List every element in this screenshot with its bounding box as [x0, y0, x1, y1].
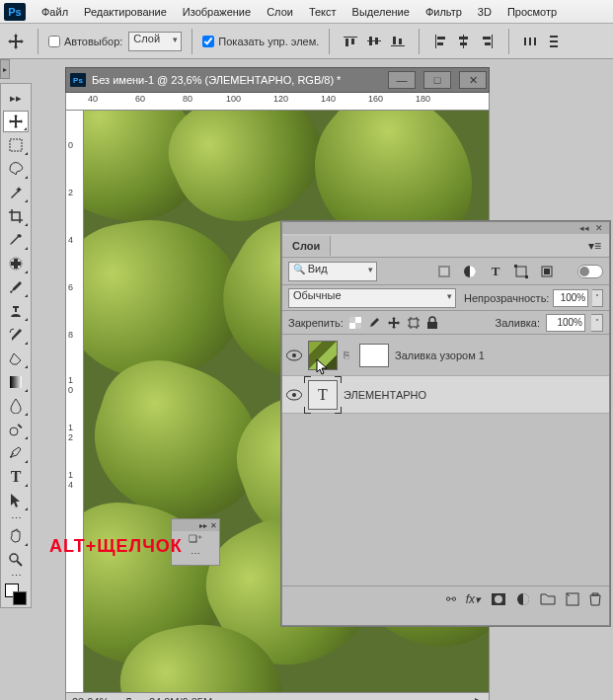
layer-row[interactable]: ⎘ Заливка узором 1: [282, 335, 609, 376]
color-swatches[interactable]: [3, 583, 29, 605]
blend-mode-select[interactable]: Обычные: [288, 288, 456, 308]
svg-rect-42: [355, 323, 361, 329]
move-tool[interactable]: [3, 111, 29, 132]
distribute-h-icon[interactable]: [519, 31, 541, 52]
lock-paint-icon[interactable]: [367, 316, 381, 330]
layer-mask-thumbnail[interactable]: [359, 344, 389, 367]
align-right-icon[interactable]: [477, 31, 498, 52]
panel-grip-icon[interactable]: ▸▸: [3, 87, 29, 109]
menu-edit[interactable]: Редактирование: [76, 2, 175, 22]
delete-layer-icon[interactable]: [589, 592, 601, 606]
layer-name-label[interactable]: ЭЛЕМЕНТАРНО: [344, 389, 426, 401]
distribute-v-icon[interactable]: [543, 31, 565, 52]
layers-tab[interactable]: Слои: [282, 236, 331, 256]
menu-image[interactable]: Изображение: [175, 2, 259, 22]
filter-shape-icon[interactable]: [510, 261, 532, 282]
svg-rect-16: [483, 37, 491, 39]
crop-tool[interactable]: [3, 205, 29, 227]
clone-stamp-tool[interactable]: [3, 300, 29, 322]
add-mask-icon[interactable]: [491, 592, 506, 606]
opacity-dropdown[interactable]: ˅: [592, 289, 603, 307]
filter-kind-select[interactable]: 🔍 Вид: [288, 262, 377, 281]
layer-row[interactable]: T ЭЛЕМЕНТАРНО: [282, 376, 609, 414]
window-maximize-button[interactable]: □: [423, 71, 451, 89]
document-titlebar[interactable]: Ps Без имени-1 @ 23,6% (ЭЛЕМЕНТАРНО, RGB…: [65, 67, 490, 93]
lasso-tool[interactable]: [3, 158, 29, 180]
visibility-eye-icon[interactable]: [286, 348, 302, 363]
new-adjustment-icon[interactable]: [516, 592, 530, 606]
type-tool[interactable]: T: [3, 466, 29, 488]
eyedropper-tool[interactable]: [3, 229, 29, 251]
svg-rect-23: [550, 45, 558, 47]
panel-collapse-icon[interactable]: ▸▸: [199, 521, 207, 530]
show-transform-controls-checkbox[interactable]: Показать упр. элем.: [202, 36, 319, 47]
lock-artboard-icon[interactable]: [407, 316, 421, 330]
filter-pixel-icon[interactable]: [433, 261, 455, 282]
filter-toggle[interactable]: [577, 265, 603, 278]
filter-type-icon[interactable]: T: [485, 261, 506, 282]
lock-all-icon[interactable]: [426, 316, 438, 330]
svg-rect-35: [516, 267, 526, 276]
doc-size-info[interactable]: Док: 24,9M/6,85M: [124, 696, 212, 701]
visibility-eye-icon[interactable]: [286, 387, 302, 403]
marquee-tool[interactable]: [3, 134, 29, 156]
menu-view[interactable]: Просмотр: [499, 2, 565, 22]
panel-collapse-icon[interactable]: ◂◂: [579, 223, 589, 233]
zoom-tool[interactable]: [3, 549, 29, 571]
autoselect-checkbox[interactable]: Автовыбор:: [48, 36, 122, 47]
menu-file[interactable]: Файл: [34, 2, 76, 22]
brush-tool[interactable]: [3, 276, 29, 298]
autoselect-target-select[interactable]: Слой: [128, 32, 182, 51]
panel-more-icon[interactable]: ⋯: [191, 548, 201, 559]
align-top-icon[interactable]: [340, 31, 361, 52]
window-minimize-button[interactable]: —: [388, 71, 416, 89]
fill-value[interactable]: 100%: [546, 314, 585, 332]
filter-adjustment-icon[interactable]: [459, 261, 481, 282]
magic-wand-tool[interactable]: [3, 182, 29, 203]
lock-transparency-icon[interactable]: [349, 317, 361, 329]
collapsed-panel-tab[interactable]: ▸: [0, 59, 10, 79]
link-icon[interactable]: ⎘: [344, 350, 353, 360]
align-vcenter-icon[interactable]: [363, 31, 385, 52]
cube-3d-icon[interactable]: ❏⁺: [189, 533, 202, 544]
svg-rect-44: [427, 322, 437, 329]
lock-position-icon[interactable]: [387, 316, 401, 330]
align-bottom-icon[interactable]: [387, 31, 409, 52]
layer-style-icon[interactable]: fx▾: [466, 592, 481, 606]
menu-filter[interactable]: Фильтр: [418, 2, 470, 22]
link-layers-icon[interactable]: ⚯: [446, 592, 456, 606]
panel-close-icon[interactable]: ✕: [595, 223, 603, 233]
ruler-vertical[interactable]: 0 2 4 6 8 1 0 1 2 1 4: [66, 111, 84, 692]
spot-heal-tool[interactable]: [3, 253, 29, 274]
dodge-tool[interactable]: [3, 419, 29, 440]
eraser-tool[interactable]: [3, 348, 29, 369]
svg-point-29: [10, 428, 18, 435]
ruler-horizontal[interactable]: 40 60 80 100 120 140 160 180: [65, 93, 490, 111]
svg-rect-11: [437, 42, 443, 45]
align-hcenter-icon[interactable]: [453, 31, 475, 52]
align-left-icon[interactable]: [429, 31, 451, 52]
pen-tool[interactable]: [3, 442, 29, 464]
panel-close-icon[interactable]: ✕: [210, 521, 217, 530]
menu-select[interactable]: Выделение: [345, 2, 418, 22]
menu-3d[interactable]: 3D: [470, 2, 499, 22]
menu-type[interactable]: Текст: [301, 2, 345, 22]
new-group-icon[interactable]: [540, 592, 556, 605]
lock-label: Закрепить:: [288, 317, 344, 329]
tool-separator: ⋯: [3, 513, 29, 523]
menu-layer[interactable]: Слои: [259, 2, 301, 22]
panel-menu-icon[interactable]: ▾≡: [580, 239, 609, 253]
path-selection-tool[interactable]: [3, 490, 29, 511]
window-close-button[interactable]: ✕: [459, 71, 487, 89]
filter-smart-icon[interactable]: [536, 261, 558, 282]
zoom-level[interactable]: 23,64%: [72, 696, 109, 701]
blur-tool[interactable]: [3, 395, 29, 417]
layer-name-label[interactable]: Заливка узором 1: [395, 350, 485, 361]
gradient-tool[interactable]: [3, 371, 29, 393]
history-brush-tool[interactable]: [3, 324, 29, 346]
layer-thumbnail[interactable]: T: [308, 380, 338, 410]
hand-tool[interactable]: [3, 525, 29, 547]
fill-dropdown[interactable]: ˅: [591, 314, 603, 332]
new-layer-icon[interactable]: [566, 592, 579, 606]
opacity-value[interactable]: 100%: [553, 289, 588, 307]
